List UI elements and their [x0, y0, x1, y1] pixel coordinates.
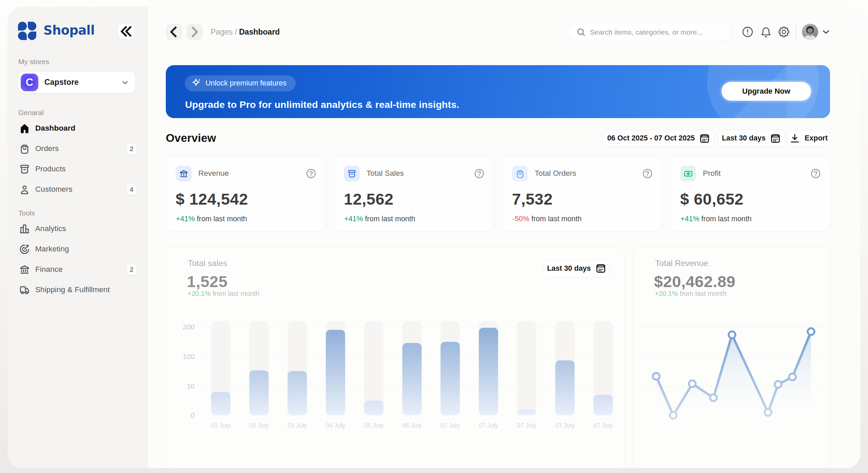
premium-pill-label: Unlock premium features	[205, 79, 287, 88]
avatar-image	[802, 24, 818, 40]
stat-delta: +41% from last month	[344, 215, 415, 223]
search-input[interactable]	[590, 28, 712, 36]
total-revenue-card: Total Revenue $20,462.89 +20.1% from las…	[633, 247, 830, 468]
sidebar-item-label: Orders	[35, 144, 59, 153]
nav-back-button[interactable]	[166, 24, 182, 40]
upgrade-now-button[interactable]: Upgrade Now	[722, 82, 811, 101]
date-range-button[interactable]: 06 Oct 2025 - 07 Oct 2025	[603, 130, 715, 147]
sidebar-item-shipping[interactable]: Shipping & Fulfillment	[18, 282, 137, 297]
stat-value: 7,532	[512, 190, 553, 208]
customers-icon	[19, 184, 30, 195]
alert-circle-icon	[742, 26, 754, 38]
line-point-marker	[729, 332, 735, 338]
stat-help-button[interactable]	[305, 168, 317, 179]
calendar-icon	[699, 133, 710, 144]
sidebar-item-customers[interactable]: Customers 4	[18, 182, 137, 197]
sidebar-item-badge: 2	[126, 143, 137, 155]
line-point-marker	[808, 328, 814, 335]
sidebar-item-finance[interactable]: Finance 2	[18, 262, 137, 277]
stat-card-revenue: Revenue $ 124,542 +41% from last month	[166, 156, 326, 232]
sidebar-item-products[interactable]: Products	[18, 162, 137, 176]
stat-label: Total Sales	[367, 169, 404, 178]
divider	[7, 100, 147, 101]
overview-title: Overview	[166, 132, 216, 145]
export-button[interactable]: Export	[787, 130, 830, 147]
search-icon	[568, 27, 586, 37]
products-box-icon	[344, 166, 360, 182]
sidebar-item-badge: 2	[126, 264, 137, 276]
period-label: Last 30 days	[722, 134, 766, 143]
upgrade-banner: Unlock premium features Upgrade to Pro f…	[166, 65, 830, 118]
bank-icon	[176, 166, 192, 182]
divider	[7, 49, 147, 49]
store-avatar: C	[21, 74, 38, 91]
orders-bag-icon	[512, 166, 528, 182]
bell-icon	[760, 26, 772, 38]
bar	[555, 360, 575, 415]
sidebar-item-label: Marketing	[35, 245, 69, 253]
sidebar-item-label: Analytics	[35, 224, 66, 233]
stats-row: Revenue $ 124,542 +41% from last month T…	[166, 156, 830, 232]
user-avatar[interactable]	[802, 24, 818, 40]
breadcrumb-current: Dashboard	[239, 27, 280, 36]
stat-value: 12,562	[344, 190, 394, 208]
total-sales-bar-chart	[166, 247, 625, 468]
bar	[517, 410, 536, 415]
bar	[402, 343, 422, 415]
store-name: Capstore	[44, 78, 79, 87]
bar	[479, 328, 498, 415]
stat-value: $ 124,542	[176, 190, 248, 208]
bar	[440, 342, 460, 415]
sparkle-icon	[191, 78, 202, 89]
marketing-icon	[19, 244, 30, 255]
sidebar-item-marketing[interactable]: Marketing	[18, 242, 137, 257]
stat-card-total-orders: Total Orders 7,532 -50% from last month	[502, 156, 662, 232]
my-stores-label: My stores	[18, 58, 49, 66]
chevron-right-icon	[186, 24, 202, 40]
stat-delta: -50% from last month	[512, 215, 581, 223]
period-select-button[interactable]: Last 30 days	[717, 130, 785, 147]
bar	[211, 392, 231, 415]
stat-delta: +41% from last month	[176, 215, 247, 223]
finance-icon	[19, 264, 30, 275]
analytics-icon	[19, 223, 30, 234]
chevron-left-icon	[166, 24, 182, 40]
logo-petal	[28, 32, 37, 40]
sidebar-collapse-button[interactable]	[118, 23, 134, 40]
stat-help-button[interactable]	[474, 168, 485, 179]
line-area-fill	[656, 332, 811, 415]
sidebar-item-label: Dashboard	[35, 124, 75, 133]
sidebar-item-badge: 4	[126, 184, 137, 195]
help-circle-button[interactable]	[742, 26, 754, 38]
bar	[364, 401, 383, 415]
sidebar-item-analytics[interactable]: Analytics	[18, 221, 137, 236]
breadcrumb-section[interactable]: Pages /	[211, 27, 237, 36]
products-box-icon	[19, 164, 30, 175]
search-bar[interactable]	[567, 22, 732, 42]
sidebar-item-dashboard[interactable]: Dashboard	[18, 121, 137, 136]
section-label-genaral: Genaral	[18, 109, 44, 117]
export-label: Export	[805, 134, 828, 143]
logo-petal	[28, 22, 37, 31]
banknote-icon	[680, 166, 696, 182]
sidebar: Shopall My stores C Capstore Genaral Das…	[7, 7, 147, 468]
stat-card-profit: Profit $ 60,652 +41% from last month	[670, 156, 830, 232]
download-icon	[789, 133, 800, 144]
bar	[594, 395, 613, 415]
store-selector[interactable]: C Capstore	[18, 71, 136, 93]
stat-help-button[interactable]	[642, 168, 653, 179]
stat-help-button[interactable]	[810, 168, 821, 179]
stat-label: Total Orders	[535, 169, 576, 178]
line-point-marker	[653, 373, 659, 380]
app-window: Shopall My stores C Capstore Genaral Das…	[7, 7, 861, 468]
line-point-marker	[670, 412, 677, 419]
stat-label: Profit	[703, 169, 721, 178]
home-icon	[19, 123, 30, 134]
account-menu-button[interactable]	[820, 26, 832, 38]
nav-forward-button[interactable]	[186, 24, 202, 40]
chevron-down-icon	[820, 26, 832, 38]
sidebar-item-orders[interactable]: Orders 2	[18, 141, 137, 156]
line-point-marker	[765, 409, 771, 416]
notifications-button[interactable]	[760, 26, 772, 38]
settings-button[interactable]	[778, 26, 790, 38]
